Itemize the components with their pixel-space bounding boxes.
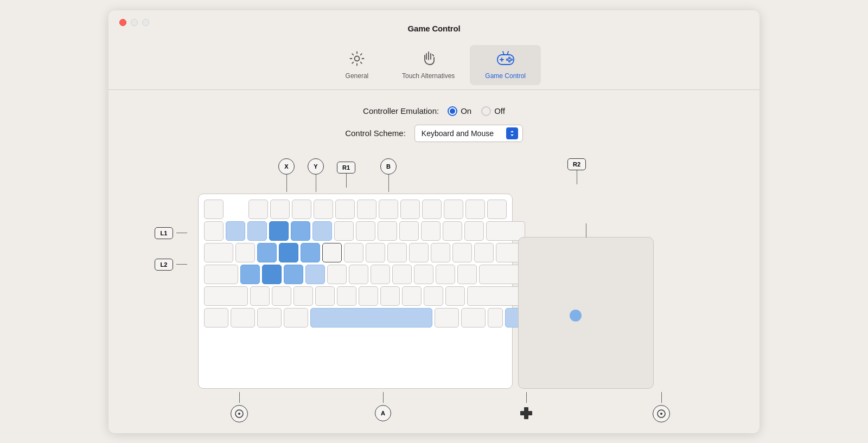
label-r1: R1 xyxy=(337,162,355,188)
traffic-lights xyxy=(119,19,149,26)
keyboard xyxy=(198,194,513,389)
top-labels: X Y R1 B xyxy=(198,158,670,194)
radio-on-circle[interactable] xyxy=(448,106,457,116)
key-8 xyxy=(378,221,397,241)
key-4 xyxy=(291,221,310,241)
radio-on[interactable]: On xyxy=(448,106,471,116)
emulation-radio-group: On Off xyxy=(448,106,505,116)
btn-r1-rect: R1 xyxy=(337,162,355,174)
key-quote xyxy=(457,265,477,284)
label-l2: L2 xyxy=(155,259,187,271)
key-f10 xyxy=(444,200,463,219)
control-scheme-select[interactable]: Keyboard and Mouse xyxy=(414,125,523,142)
svg-point-6 xyxy=(506,59,508,60)
key-rshift xyxy=(467,286,521,306)
key-f xyxy=(305,265,325,284)
label-l-joystick xyxy=(231,392,248,422)
r2-trackpad-line xyxy=(586,223,586,237)
tab-touch[interactable]: Touch Alternatives xyxy=(387,45,470,85)
key-1 xyxy=(226,221,245,241)
key-f9 xyxy=(422,200,442,219)
key-9 xyxy=(399,221,419,241)
key-y xyxy=(344,243,363,262)
key-3 xyxy=(269,221,289,241)
main-content: Controller Emulation: On Off Control Sch… xyxy=(108,90,760,433)
key-i xyxy=(387,243,407,262)
trackpad[interactable] xyxy=(518,237,654,389)
key-7 xyxy=(356,221,375,241)
label-r2: R2 xyxy=(567,158,586,184)
radio-off[interactable]: Off xyxy=(481,106,505,116)
minimize-button[interactable] xyxy=(131,19,138,26)
toolbar: General Touch Alternatives xyxy=(108,38,760,85)
key-p xyxy=(431,243,450,262)
key-z xyxy=(250,286,270,306)
label-b: B xyxy=(380,158,397,192)
key-ctrl xyxy=(231,308,255,328)
svg-point-7 xyxy=(508,60,510,62)
l-joystick-line xyxy=(239,392,240,403)
tab-gamecontrol[interactable]: Game Control xyxy=(470,45,541,85)
scheme-select-chevron[interactable] xyxy=(506,127,518,139)
key-tilde xyxy=(204,221,224,241)
gamepad-icon xyxy=(496,50,515,69)
key-f5 xyxy=(335,200,355,219)
key-e xyxy=(279,243,298,262)
key-row-1 xyxy=(204,200,507,219)
key-minus xyxy=(443,221,462,241)
key-5 xyxy=(312,221,332,241)
key-capslock xyxy=(204,265,238,284)
key-g xyxy=(327,265,347,284)
bottom-labels: A xyxy=(198,392,545,422)
trackpad-dot xyxy=(570,310,582,322)
tab-general[interactable]: General xyxy=(327,45,387,85)
key-comma xyxy=(402,286,422,306)
control-scheme-row: Control Scheme: Keyboard and Mouse xyxy=(345,125,523,142)
key-slash xyxy=(445,286,465,306)
btn-l1-rect: L1 xyxy=(155,227,173,239)
radio-off-circle[interactable] xyxy=(481,106,491,116)
controller-emulation-label: Controller Emulation: xyxy=(363,106,439,115)
btn-y-circle: Y xyxy=(308,158,324,175)
l2-line xyxy=(176,264,187,265)
label-l1: L1 xyxy=(155,227,187,239)
key-h xyxy=(349,265,368,284)
tab-gamecontrol-label: Game Control xyxy=(485,72,526,80)
key-l xyxy=(414,265,433,284)
key-q xyxy=(235,243,255,262)
key-rbracket xyxy=(474,243,494,262)
close-button[interactable] xyxy=(119,19,126,26)
key-cmd-right xyxy=(435,308,459,328)
key-s xyxy=(262,265,282,284)
svg-point-4 xyxy=(508,57,510,59)
key-c xyxy=(293,286,313,306)
svg-point-11 xyxy=(238,413,240,415)
r1-line xyxy=(346,174,347,188)
key-f6 xyxy=(357,200,376,219)
controller-emulation-row: Controller Emulation: On Off xyxy=(363,106,505,116)
btn-l-joystick xyxy=(231,405,248,422)
maximize-button[interactable] xyxy=(142,19,149,26)
key-f4 xyxy=(314,200,333,219)
key-w xyxy=(257,243,277,262)
key-6 xyxy=(334,221,354,241)
svg-rect-15 xyxy=(528,411,532,415)
label-r-joystick xyxy=(653,392,670,422)
key-d xyxy=(284,265,303,284)
a-line xyxy=(383,392,384,403)
window-title: Game Control xyxy=(119,24,749,33)
title-bar: Game Control xyxy=(108,10,760,38)
key-period xyxy=(424,286,443,306)
dpad-line xyxy=(526,392,527,403)
key-n xyxy=(359,286,378,306)
key-r xyxy=(301,243,320,262)
btn-a-circle: A xyxy=(375,405,391,421)
key-f7 xyxy=(379,200,398,219)
btn-r-joystick xyxy=(653,405,670,422)
key-0 xyxy=(421,221,441,241)
key-v xyxy=(315,286,335,306)
keyboard-trackpad-row: L1 L2 xyxy=(198,194,670,389)
btn-r2-rect: R2 xyxy=(567,158,586,170)
key-m xyxy=(380,286,400,306)
key-f12 xyxy=(487,200,507,219)
